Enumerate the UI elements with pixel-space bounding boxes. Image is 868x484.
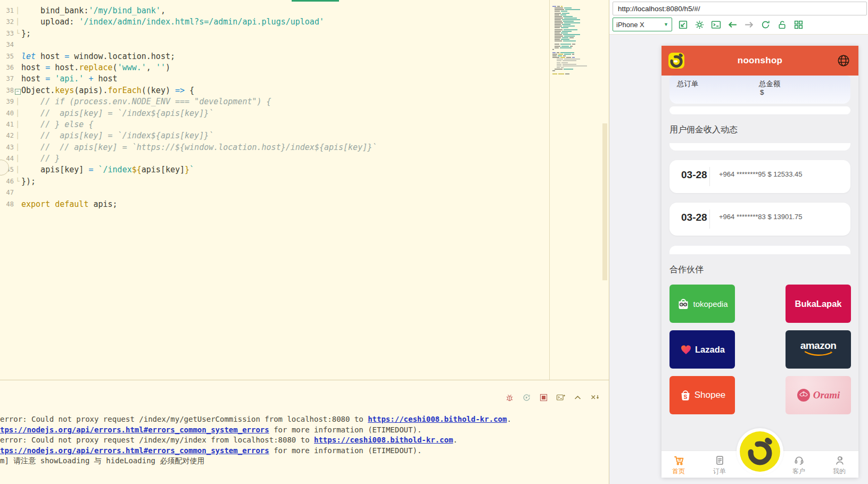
code-text: bind_bank:'/my/bind_bank', [21,5,166,16]
code-line: 46└}); [0,176,377,187]
indent-guide: │ [14,96,21,107]
forward-arrow-icon[interactable] [743,19,755,30]
code-text: upload: '/index/admin/index.html?s=/admi… [21,16,324,28]
indent-guide: − [14,85,21,96]
indent-guide: └ [14,176,21,187]
minimap-line [555,27,569,28]
terminal-line: m] 请注意 showLoading 与 hideLoading 必须配对使用 [0,456,511,466]
minimap-line [552,54,575,55]
minimap-line [555,32,569,34]
device-select[interactable]: iPhone X ▼ [613,18,672,31]
minimap-line [552,57,576,58]
code-line: 44│ // } [0,153,377,164]
indent-guide: │ [14,16,21,28]
url-input[interactable] [613,2,867,15]
nav-item-客户[interactable]: 客户 [782,454,816,476]
scrolled-list-item-strip [669,143,850,151]
amazon-logo: amazon [800,340,837,359]
unlock-icon[interactable] [776,19,788,30]
stat-label: 总订单 [677,79,699,89]
minimap-line [555,7,573,9]
open-external-icon[interactable] [677,19,689,30]
collapse-icon[interactable] [573,393,582,402]
back-arrow-icon[interactable] [727,19,738,30]
divider [709,210,710,229]
minimap-line [557,59,581,60]
code-text: host = host.replace('www.', '') [21,62,170,73]
nav-item-首页[interactable]: 首页 [662,454,696,476]
new-terminal-icon[interactable] [556,393,565,402]
nav-item-订单[interactable]: 订单 [702,454,737,476]
minimap-line [555,16,574,17]
svg-text:S: S [683,394,687,400]
partner-tile-shopee[interactable]: SShopee [669,376,735,414]
indent-guide: │ [14,108,21,119]
code-line: 36host = host.replace('www.', '') [0,62,377,73]
partner-tile-amazon[interactable]: amazon [786,330,851,369]
commission-date: 03-28 [681,169,707,181]
code-line: 45│ apis[key] = `/index${apis[key]}` [0,164,377,176]
minimap-line [552,73,571,74]
line-number: 42 [0,130,14,141]
minimap-line [555,11,568,12]
terminal-link[interactable]: tps://nodejs.org/api/errors.html#errors_… [0,425,269,434]
partner-tile-tokopedia[interactable]: tokopedia [669,285,735,323]
line-number: 32 [0,16,14,28]
noon-center-button[interactable]: noon [740,431,780,472]
code-text: apis[key] = `/index${apis[key]}` [21,164,194,176]
line-number: 40 [0,108,14,119]
nav-label: 订单 [702,467,737,476]
terminal-link[interactable]: https://ceshi008.bithold-kr.com [368,415,507,423]
partner-tile-bukalapak[interactable]: BukaLapak [786,285,851,323]
minimap-line [555,26,576,27]
orami-butterfly-icon [797,388,811,402]
terminal-line: tps://nodejs.org/api/errors.html#errors_… [0,425,511,436]
nav-label: 客户 [782,467,816,476]
partner-name: BukaLapak [795,299,841,309]
line-number: 35 [0,51,14,62]
refresh-icon[interactable] [760,19,771,30]
minimap-line [555,24,572,25]
fold-icon[interactable]: − [15,89,21,95]
browser-toolbar: iPhone X ▼ [613,18,804,31]
shopee-bag-icon: S [679,389,692,402]
indent-guide: │ [14,164,21,176]
grid-devices-icon[interactable] [793,19,804,30]
minimap-line [555,46,574,47]
cart-icon [662,455,696,466]
amazon-smile-icon [804,349,833,359]
rerun-icon[interactable] [522,393,531,402]
settings-gear-icon[interactable] [694,19,705,30]
code-text: // // apis[key] = `https://${window.loca… [21,142,377,153]
console-icon[interactable] [710,19,722,30]
commission-card[interactable]: 03-28+964 ********83 $ 13901.75 [669,203,850,236]
editor-minimap-divider [549,0,550,380]
next-list-item-strip [669,246,850,254]
partner-tile-lazada[interactable]: Lazada [669,330,735,369]
line-number: 47 [0,187,14,198]
stop-icon[interactable] [539,393,548,402]
minimap-line [552,6,564,7]
globe-language-icon[interactable] [837,54,850,68]
nav-item-我的[interactable]: 我的 [822,454,856,476]
lazada-heart-icon [680,343,692,356]
editor-scrollbar[interactable] [602,123,607,280]
terminal-link[interactable]: https://ceshi008.bithold-kr.com [314,436,453,444]
debug-icon[interactable] [505,393,514,402]
minimap-line [555,14,567,15]
line-number: 48 [0,199,14,210]
minimap-line [552,55,567,56]
terminal-link[interactable]: tps://nodejs.org/api/errors.html#errors_… [0,446,269,455]
minimap[interactable] [551,2,600,378]
indent-guide: │ [14,5,21,16]
code-text: Object.keys(apis).forEach((key) => { [21,85,194,96]
svg-text:noon: noon [754,450,765,455]
terminal-text: . [453,436,457,444]
partner-tile-orami[interactable]: Orami [786,376,851,414]
app-header: noonshop [662,46,858,76]
close-terminal-icon[interactable] [590,393,599,402]
code-editor[interactable]: 31│ bind_bank:'/my/bind_bank',32│ upload… [0,0,549,380]
minimap-line [555,31,573,32]
commission-card[interactable]: 03-28+964 ********95 $ 12533.45 [669,160,850,193]
indent-guide [14,62,21,73]
